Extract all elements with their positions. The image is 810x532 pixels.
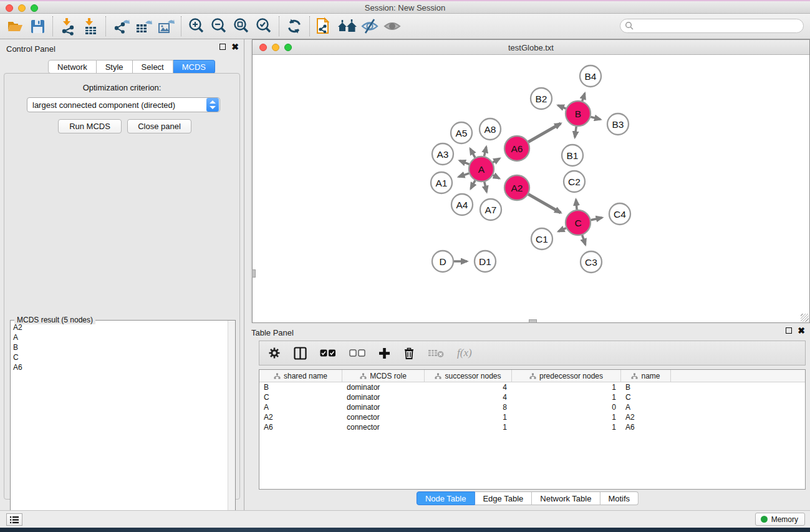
save-session-button[interactable] bbox=[26, 16, 49, 37]
network-node-A4[interactable]: A4 bbox=[451, 194, 473, 215]
network-node-B1[interactable]: B1 bbox=[562, 145, 583, 166]
network-node-A5[interactable]: A5 bbox=[451, 122, 472, 143]
table-row[interactable]: Adominator80A bbox=[259, 402, 805, 412]
tab-node-table[interactable]: Node Table bbox=[417, 491, 475, 505]
result-item[interactable]: A2 bbox=[11, 322, 227, 332]
vertical-scroll-nub[interactable] bbox=[252, 269, 256, 278]
close-panel-icon[interactable]: ✖ bbox=[231, 44, 239, 50]
edge-A-A1[interactable] bbox=[458, 173, 469, 177]
import-network-button[interactable] bbox=[57, 16, 79, 37]
open-file-button[interactable] bbox=[4, 16, 26, 37]
table-row[interactable]: Bdominator41B bbox=[259, 382, 805, 392]
zoom-fit-button[interactable] bbox=[230, 16, 253, 37]
network-node-B3[interactable]: B3 bbox=[607, 114, 629, 135]
table-row[interactable]: Cdominator41C bbox=[259, 392, 805, 402]
close-table-panel-icon[interactable]: ✖ bbox=[798, 327, 805, 334]
hide-panels-button[interactable] bbox=[359, 16, 381, 37]
network-node-A[interactable]: A bbox=[469, 157, 494, 181]
network-node-B2[interactable]: B2 bbox=[531, 88, 552, 109]
memory-button[interactable]: Memory bbox=[755, 513, 805, 526]
delete-table-icon-disabled bbox=[428, 348, 444, 358]
result-item[interactable]: C bbox=[11, 352, 227, 362]
column-header-successor-nodes[interactable]: successor nodes bbox=[425, 370, 512, 382]
edge-C-C4[interactable] bbox=[591, 218, 602, 220]
network-node-A7[interactable]: A7 bbox=[480, 199, 501, 220]
network-node-D1[interactable]: D1 bbox=[475, 251, 496, 272]
table-row[interactable]: A6connector11A6 bbox=[259, 422, 805, 432]
tab-mcds[interactable]: MCDS bbox=[173, 60, 215, 74]
network-node-C3[interactable]: C3 bbox=[581, 251, 602, 273]
apply-layout-button[interactable] bbox=[283, 16, 306, 37]
column-visibility-icon[interactable] bbox=[294, 347, 307, 360]
edge-C-C1[interactable] bbox=[558, 228, 566, 232]
export-table-button[interactable] bbox=[132, 16, 155, 37]
table-row[interactable]: A2connector11A2 bbox=[259, 412, 805, 422]
network-node-A8[interactable]: A8 bbox=[480, 118, 501, 140]
edge-B-B1[interactable] bbox=[575, 127, 576, 137]
network-node-D[interactable]: D bbox=[432, 251, 453, 272]
edge-C-C2[interactable] bbox=[576, 200, 577, 210]
tab-style[interactable]: Style bbox=[97, 60, 133, 74]
edge-B-B3[interactable] bbox=[591, 117, 600, 119]
network-document-button[interactable] bbox=[314, 16, 336, 37]
float-table-panel-icon[interactable] bbox=[786, 327, 792, 334]
network-node-B4[interactable]: B4 bbox=[580, 65, 601, 87]
network-node-A6[interactable]: A6 bbox=[504, 136, 529, 161]
show-panels-button[interactable] bbox=[381, 16, 403, 37]
edge-A2-C[interactable] bbox=[528, 194, 561, 213]
delete-column-trash-icon[interactable] bbox=[403, 347, 415, 359]
result-item[interactable]: A bbox=[11, 332, 227, 342]
column-header-MCDS-role[interactable]: MCDS role bbox=[342, 370, 425, 382]
mcds-result-list[interactable]: A2ABCA6 bbox=[11, 322, 227, 531]
network-node-A1[interactable]: A1 bbox=[431, 172, 452, 193]
table-settings-gear-icon[interactable] bbox=[268, 347, 281, 359]
zoom-selected-button[interactable] bbox=[253, 16, 275, 37]
edge-A-A6[interactable] bbox=[493, 158, 499, 162]
tab-network[interactable]: Network bbox=[48, 60, 97, 74]
select-all-rows-icon[interactable] bbox=[320, 349, 336, 357]
close-panel-button[interactable]: Close panel bbox=[127, 119, 191, 133]
run-mcds-button[interactable]: Run MCDS bbox=[58, 119, 122, 133]
float-panel-icon[interactable] bbox=[219, 44, 226, 50]
network-canvas[interactable]: B4B2BB3A5A8A6A3B1AA1C2A2A4A7C4CC1C3DD1 bbox=[253, 55, 809, 319]
criterion-select[interactable]: largest connected component (directed) bbox=[27, 97, 220, 112]
import-table-button[interactable] bbox=[79, 16, 102, 37]
edge-B-B4[interactable] bbox=[582, 94, 585, 102]
network-node-A2[interactable]: A2 bbox=[504, 175, 529, 200]
edge-C-C3[interactable] bbox=[582, 235, 586, 245]
edge-B-B2[interactable] bbox=[558, 105, 566, 109]
network-node-C1[interactable]: C1 bbox=[531, 228, 552, 249]
edge-A-A4[interactable] bbox=[471, 180, 475, 188]
column-header-predecessor-nodes[interactable]: predecessor nodes bbox=[512, 370, 621, 382]
tab-edge-table[interactable]: Edge Table bbox=[475, 491, 532, 505]
result-scrollbar[interactable] bbox=[228, 321, 235, 532]
column-header-shared-name[interactable]: shared name bbox=[259, 370, 342, 382]
export-image-button[interactable] bbox=[155, 16, 177, 37]
deselect-all-rows-icon[interactable] bbox=[349, 349, 365, 357]
zoom-out-button[interactable] bbox=[208, 16, 230, 37]
task-history-button[interactable] bbox=[6, 513, 22, 526]
edge-A-A5[interactable] bbox=[470, 148, 475, 157]
network-node-A3[interactable]: A3 bbox=[432, 143, 453, 165]
result-item[interactable]: B bbox=[11, 342, 227, 352]
network-node-C4[interactable]: C4 bbox=[609, 203, 630, 225]
tab-motifs[interactable]: Motifs bbox=[600, 491, 639, 505]
resize-grip[interactable] bbox=[801, 314, 809, 322]
edge-A-A8[interactable] bbox=[484, 147, 486, 156]
tab-network-table[interactable]: Network Table bbox=[532, 491, 600, 505]
home-button[interactable] bbox=[336, 16, 359, 37]
export-network-button[interactable] bbox=[110, 16, 132, 37]
search-input[interactable] bbox=[620, 19, 804, 33]
edge-A-A3[interactable] bbox=[460, 160, 469, 164]
result-item[interactable]: A6 bbox=[11, 362, 227, 372]
add-column-icon[interactable] bbox=[378, 347, 390, 359]
network-node-C2[interactable]: C2 bbox=[564, 171, 585, 192]
edge-A-A7[interactable] bbox=[485, 181, 487, 191]
zoom-in-button[interactable] bbox=[185, 16, 208, 37]
network-node-B[interactable]: B bbox=[566, 101, 591, 126]
column-header-name[interactable]: name bbox=[621, 370, 671, 382]
network-node-C[interactable]: C bbox=[566, 210, 591, 235]
edge-A6-B[interactable] bbox=[528, 123, 561, 142]
edge-A-A2[interactable] bbox=[493, 175, 499, 178]
tab-select[interactable]: Select bbox=[133, 60, 173, 74]
